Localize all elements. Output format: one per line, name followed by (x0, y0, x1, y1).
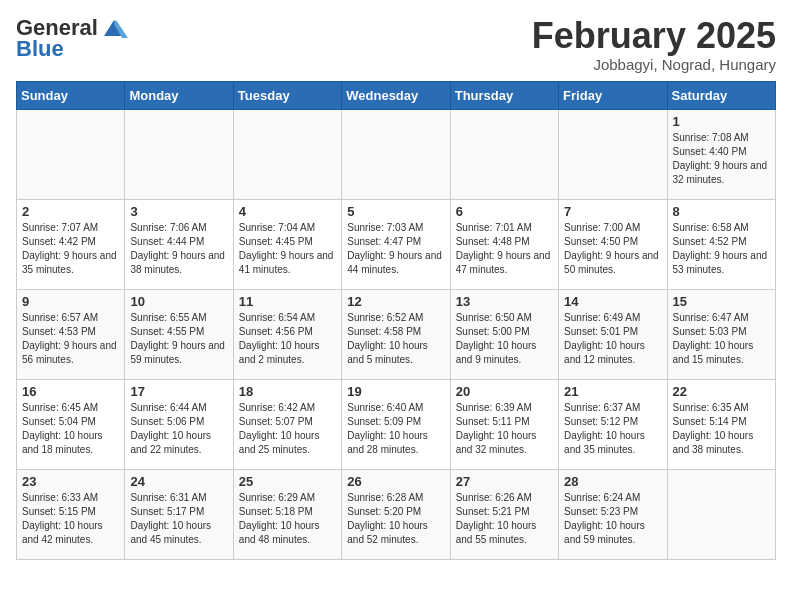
day-info: Sunrise: 6:47 AM Sunset: 5:03 PM Dayligh… (673, 311, 770, 367)
calendar-day-cell: 19Sunrise: 6:40 AM Sunset: 5:09 PM Dayli… (342, 379, 450, 469)
day-info: Sunrise: 6:50 AM Sunset: 5:00 PM Dayligh… (456, 311, 553, 367)
day-number: 14 (564, 294, 661, 309)
day-info: Sunrise: 6:45 AM Sunset: 5:04 PM Dayligh… (22, 401, 119, 457)
day-number: 25 (239, 474, 336, 489)
calendar-day-cell: 2Sunrise: 7:07 AM Sunset: 4:42 PM Daylig… (17, 199, 125, 289)
day-number: 17 (130, 384, 227, 399)
day-info: Sunrise: 7:04 AM Sunset: 4:45 PM Dayligh… (239, 221, 336, 277)
calendar-day-cell: 25Sunrise: 6:29 AM Sunset: 5:18 PM Dayli… (233, 469, 341, 559)
day-info: Sunrise: 6:37 AM Sunset: 5:12 PM Dayligh… (564, 401, 661, 457)
day-number: 9 (22, 294, 119, 309)
day-info: Sunrise: 7:01 AM Sunset: 4:48 PM Dayligh… (456, 221, 553, 277)
calendar-day-cell: 1Sunrise: 7:08 AM Sunset: 4:40 PM Daylig… (667, 109, 775, 199)
day-number: 8 (673, 204, 770, 219)
day-info: Sunrise: 7:00 AM Sunset: 4:50 PM Dayligh… (564, 221, 661, 277)
calendar-week-row: 9Sunrise: 6:57 AM Sunset: 4:53 PM Daylig… (17, 289, 776, 379)
day-number: 20 (456, 384, 553, 399)
day-number: 7 (564, 204, 661, 219)
day-of-week-header: Saturday (667, 81, 775, 109)
calendar-day-cell (17, 109, 125, 199)
calendar-day-cell: 8Sunrise: 6:58 AM Sunset: 4:52 PM Daylig… (667, 199, 775, 289)
calendar-day-cell: 9Sunrise: 6:57 AM Sunset: 4:53 PM Daylig… (17, 289, 125, 379)
calendar-table: SundayMondayTuesdayWednesdayThursdayFrid… (16, 81, 776, 560)
page-header: General Blue February 2025 Jobbagyi, Nog… (16, 16, 776, 73)
day-info: Sunrise: 6:49 AM Sunset: 5:01 PM Dayligh… (564, 311, 661, 367)
calendar-day-cell: 27Sunrise: 6:26 AM Sunset: 5:21 PM Dayli… (450, 469, 558, 559)
calendar-day-cell: 18Sunrise: 6:42 AM Sunset: 5:07 PM Dayli… (233, 379, 341, 469)
calendar-day-cell (559, 109, 667, 199)
day-number: 23 (22, 474, 119, 489)
day-number: 10 (130, 294, 227, 309)
day-info: Sunrise: 7:07 AM Sunset: 4:42 PM Dayligh… (22, 221, 119, 277)
day-number: 22 (673, 384, 770, 399)
logo-blue-text: Blue (16, 38, 64, 60)
day-of-week-header: Thursday (450, 81, 558, 109)
day-info: Sunrise: 6:24 AM Sunset: 5:23 PM Dayligh… (564, 491, 661, 547)
day-number: 11 (239, 294, 336, 309)
day-info: Sunrise: 6:28 AM Sunset: 5:20 PM Dayligh… (347, 491, 444, 547)
calendar-day-cell: 11Sunrise: 6:54 AM Sunset: 4:56 PM Dayli… (233, 289, 341, 379)
calendar-day-cell: 3Sunrise: 7:06 AM Sunset: 4:44 PM Daylig… (125, 199, 233, 289)
calendar-day-cell: 14Sunrise: 6:49 AM Sunset: 5:01 PM Dayli… (559, 289, 667, 379)
calendar-header-row: SundayMondayTuesdayWednesdayThursdayFrid… (17, 81, 776, 109)
calendar-day-cell: 17Sunrise: 6:44 AM Sunset: 5:06 PM Dayli… (125, 379, 233, 469)
day-number: 13 (456, 294, 553, 309)
calendar-day-cell (667, 469, 775, 559)
calendar-day-cell: 4Sunrise: 7:04 AM Sunset: 4:45 PM Daylig… (233, 199, 341, 289)
calendar-day-cell: 23Sunrise: 6:33 AM Sunset: 5:15 PM Dayli… (17, 469, 125, 559)
day-info: Sunrise: 6:26 AM Sunset: 5:21 PM Dayligh… (456, 491, 553, 547)
day-info: Sunrise: 6:57 AM Sunset: 4:53 PM Dayligh… (22, 311, 119, 367)
logo-icon (100, 16, 128, 40)
day-info: Sunrise: 7:03 AM Sunset: 4:47 PM Dayligh… (347, 221, 444, 277)
day-number: 2 (22, 204, 119, 219)
day-info: Sunrise: 6:54 AM Sunset: 4:56 PM Dayligh… (239, 311, 336, 367)
calendar-day-cell: 7Sunrise: 7:00 AM Sunset: 4:50 PM Daylig… (559, 199, 667, 289)
day-info: Sunrise: 6:52 AM Sunset: 4:58 PM Dayligh… (347, 311, 444, 367)
calendar-day-cell: 22Sunrise: 6:35 AM Sunset: 5:14 PM Dayli… (667, 379, 775, 469)
calendar-week-row: 23Sunrise: 6:33 AM Sunset: 5:15 PM Dayli… (17, 469, 776, 559)
day-number: 26 (347, 474, 444, 489)
day-info: Sunrise: 6:58 AM Sunset: 4:52 PM Dayligh… (673, 221, 770, 277)
calendar-day-cell: 20Sunrise: 6:39 AM Sunset: 5:11 PM Dayli… (450, 379, 558, 469)
calendar-day-cell (450, 109, 558, 199)
day-number: 15 (673, 294, 770, 309)
day-number: 4 (239, 204, 336, 219)
calendar-day-cell: 6Sunrise: 7:01 AM Sunset: 4:48 PM Daylig… (450, 199, 558, 289)
day-number: 1 (673, 114, 770, 129)
calendar-day-cell: 24Sunrise: 6:31 AM Sunset: 5:17 PM Dayli… (125, 469, 233, 559)
day-number: 6 (456, 204, 553, 219)
calendar-week-row: 1Sunrise: 7:08 AM Sunset: 4:40 PM Daylig… (17, 109, 776, 199)
day-number: 18 (239, 384, 336, 399)
calendar-day-cell (125, 109, 233, 199)
day-info: Sunrise: 6:42 AM Sunset: 5:07 PM Dayligh… (239, 401, 336, 457)
calendar-day-cell: 15Sunrise: 6:47 AM Sunset: 5:03 PM Dayli… (667, 289, 775, 379)
calendar-day-cell (233, 109, 341, 199)
calendar-day-cell: 12Sunrise: 6:52 AM Sunset: 4:58 PM Dayli… (342, 289, 450, 379)
day-info: Sunrise: 6:39 AM Sunset: 5:11 PM Dayligh… (456, 401, 553, 457)
day-info: Sunrise: 6:44 AM Sunset: 5:06 PM Dayligh… (130, 401, 227, 457)
calendar-day-cell: 26Sunrise: 6:28 AM Sunset: 5:20 PM Dayli… (342, 469, 450, 559)
day-number: 24 (130, 474, 227, 489)
day-number: 21 (564, 384, 661, 399)
calendar-week-row: 16Sunrise: 6:45 AM Sunset: 5:04 PM Dayli… (17, 379, 776, 469)
day-number: 27 (456, 474, 553, 489)
calendar-day-cell (342, 109, 450, 199)
month-title: February 2025 (532, 16, 776, 56)
calendar-week-row: 2Sunrise: 7:07 AM Sunset: 4:42 PM Daylig… (17, 199, 776, 289)
day-info: Sunrise: 6:31 AM Sunset: 5:17 PM Dayligh… (130, 491, 227, 547)
logo: General Blue (16, 16, 128, 60)
calendar-day-cell: 5Sunrise: 7:03 AM Sunset: 4:47 PM Daylig… (342, 199, 450, 289)
day-of-week-header: Sunday (17, 81, 125, 109)
day-info: Sunrise: 6:55 AM Sunset: 4:55 PM Dayligh… (130, 311, 227, 367)
day-number: 28 (564, 474, 661, 489)
day-info: Sunrise: 7:06 AM Sunset: 4:44 PM Dayligh… (130, 221, 227, 277)
calendar-day-cell: 10Sunrise: 6:55 AM Sunset: 4:55 PM Dayli… (125, 289, 233, 379)
day-of-week-header: Monday (125, 81, 233, 109)
location: Jobbagyi, Nograd, Hungary (532, 56, 776, 73)
day-info: Sunrise: 7:08 AM Sunset: 4:40 PM Dayligh… (673, 131, 770, 187)
day-number: 12 (347, 294, 444, 309)
day-info: Sunrise: 6:29 AM Sunset: 5:18 PM Dayligh… (239, 491, 336, 547)
day-of-week-header: Friday (559, 81, 667, 109)
day-info: Sunrise: 6:35 AM Sunset: 5:14 PM Dayligh… (673, 401, 770, 457)
day-info: Sunrise: 6:33 AM Sunset: 5:15 PM Dayligh… (22, 491, 119, 547)
